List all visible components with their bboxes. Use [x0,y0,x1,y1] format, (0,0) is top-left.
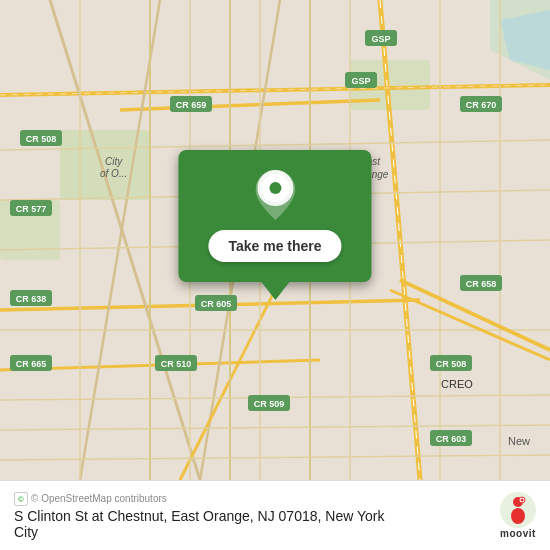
svg-text:CR 509: CR 509 [254,399,285,409]
svg-text:CR 603: CR 603 [436,434,467,444]
svg-text:CR 665: CR 665 [16,359,47,369]
moovit-icon [500,492,536,528]
svg-point-74 [511,508,525,524]
svg-point-76 [521,499,524,502]
popup-box: Take me there [178,150,371,282]
svg-text:CR 508: CR 508 [26,134,57,144]
svg-text:CR 510: CR 510 [161,359,192,369]
svg-text:CR 670: CR 670 [466,100,497,110]
svg-text:New: New [508,435,530,447]
info-left: © © OpenStreetMap contributors S Clinton… [14,492,394,540]
osm-logo: © [14,492,28,506]
svg-text:CR 508: CR 508 [436,359,467,369]
svg-text:GSP: GSP [351,76,370,86]
svg-text:GSP: GSP [371,34,390,44]
svg-text:CR 605: CR 605 [201,299,232,309]
svg-text:CR 659: CR 659 [176,100,207,110]
svg-text:CREO: CREO [441,378,473,390]
svg-point-71 [269,182,281,194]
moovit-logo: moovit [500,492,536,539]
svg-text:CR 577: CR 577 [16,204,47,214]
map-area: CR 659 CR 508 CR 577 CR 638 CR 665 CR 67… [0,0,550,480]
take-me-there-button[interactable]: Take me there [208,230,341,262]
svg-text:CR 638: CR 638 [16,294,47,304]
address-text: S Clinton St at Chestnut, East Orange, N… [14,508,394,540]
osm-credit-text: © OpenStreetMap contributors [31,493,167,504]
info-bar: © © OpenStreetMap contributors S Clinton… [0,480,550,550]
moovit-text: moovit [500,528,536,539]
location-pin-icon [255,170,295,220]
osm-credit: © © OpenStreetMap contributors [14,492,394,506]
svg-text:CR 658: CR 658 [466,279,497,289]
popup-tail [261,282,289,300]
svg-text:of O...: of O... [100,168,127,179]
location-popup: Take me there [178,150,371,300]
svg-text:City: City [105,156,123,167]
